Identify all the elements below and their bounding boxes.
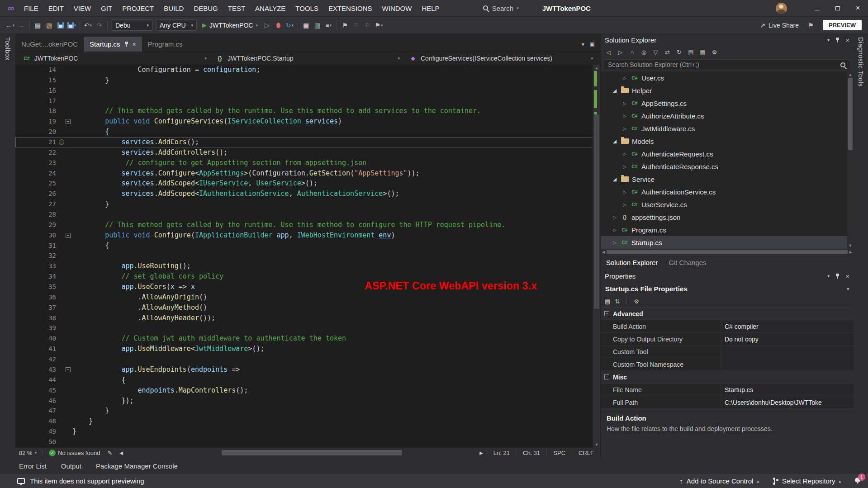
scrollbar-thumb[interactable] [594, 114, 599, 309]
editor-tab-program-cs[interactable]: Program.cs [142, 37, 189, 52]
code-line-23[interactable]: 23 // configure to get Appsetting sectio… [15, 158, 600, 168]
property-value[interactable]: C:\Users\donhu\Desktop\JWTToke [721, 396, 854, 408]
properties-object-selector[interactable]: Startup.cs File Properties ▾ [601, 282, 854, 295]
search-input[interactable] [604, 59, 850, 70]
line-indicator[interactable]: Ln: 21 [487, 448, 516, 458]
expand-arrow-icon[interactable]: ▷ [621, 126, 628, 131]
code-line-41[interactable]: 41 app.UseMiddleware<JwtMiddleware>(); [15, 344, 600, 354]
pin-icon[interactable] [835, 273, 840, 279]
tree-item-models[interactable]: ◢Models [601, 135, 854, 147]
code-line-36[interactable]: 36 .AllowAnyOrigin() [15, 292, 600, 303]
code-line-39[interactable]: 39 [15, 323, 600, 333]
pending-changes-filter-icon[interactable]: ▽ [650, 47, 661, 57]
editor-vertical-scrollbar[interactable]: ▲ ▼ [593, 65, 600, 448]
redo-icon[interactable]: ↷ [94, 19, 105, 31]
expand-arrow-icon[interactable]: ▷ [621, 164, 628, 169]
document-health-indicator[interactable]: ✓ No issues found [45, 448, 104, 458]
navigate-back-icon[interactable]: ←▾ [5, 19, 16, 31]
notifications-button[interactable]: 1 [854, 477, 861, 485]
scroll-right-icon[interactable]: ▶ [849, 250, 852, 254]
column-indicator[interactable]: Ch: 31 [516, 448, 546, 458]
property-value[interactable]: Startup.cs [721, 384, 854, 396]
code-line-21[interactable]: 21 services.AddCors(); [15, 137, 600, 147]
code-line-20[interactable]: 20 { [15, 127, 600, 137]
tree-item-authenticaterequest-cs[interactable]: ▷C#AuthenticateRequest.cs [601, 147, 854, 160]
tree-horizontal-scrollbar[interactable]: ◀ ▶ [601, 249, 854, 255]
tree-item-userservice-cs[interactable]: ▷C#UserService.cs [601, 198, 854, 211]
menu-item-edit[interactable]: EDIT [43, 0, 69, 16]
fold-marker[interactable]: − [63, 230, 72, 241]
live-share-button[interactable]: ↗ Live Share [760, 22, 799, 29]
fold-marker[interactable]: − [63, 365, 72, 375]
code-line-16[interactable]: 16 [15, 85, 600, 96]
tree-item-appsettings-json[interactable]: ▷{}appsettings.json [601, 211, 854, 223]
panel-tab-solution-explorer[interactable]: Solution Explorer [602, 256, 662, 269]
collapse-icon[interactable]: − [66, 233, 71, 238]
code-line-19[interactable]: 19− public void ConfigureServices(IServi… [15, 116, 600, 127]
code-line-29[interactable]: 29 // This method gets called by the run… [15, 220, 600, 230]
code-line-37[interactable]: 37 .AllowAnyMethod() [15, 303, 600, 313]
code-line-25[interactable]: 25 services.AddScoped<IUserService, User… [15, 178, 600, 189]
zoom-control[interactable]: 82 %▾ [15, 448, 40, 458]
menu-item-build[interactable]: BUILD [159, 0, 189, 16]
scrollbar-thumb[interactable] [222, 450, 401, 455]
bookmark-icon[interactable]: ⚑ [339, 19, 351, 31]
bookmark-options-icon[interactable]: ⚑▾ [373, 19, 384, 31]
start-without-debugging-icon[interactable]: ▷ [261, 19, 273, 31]
menu-item-tools[interactable]: TOOLS [290, 0, 323, 16]
property-section-misc[interactable]: −Misc [601, 371, 854, 384]
start-debugging-button[interactable]: ▶ JWTTokenPOC ▾ [199, 19, 261, 31]
select-repository-button[interactable]: Select Repository ▴ [773, 477, 841, 485]
navigate-forward-icon[interactable]: → [16, 19, 27, 31]
hot-reload-icon[interactable] [273, 19, 284, 31]
code-line-30[interactable]: 30− public void Configure(IApplicationBu… [15, 230, 600, 241]
breadcrumb-segment-3[interactable]: ◆ConfigureServices(IServiceCollection se… [404, 55, 598, 62]
code-line-27[interactable]: 27 } [15, 199, 600, 209]
list-options-icon[interactable]: ≡▾ [323, 19, 334, 31]
show-all-files-icon[interactable]: ▦ [697, 47, 708, 57]
user-avatar[interactable] [776, 3, 787, 14]
property-value[interactable] [721, 358, 854, 370]
scrollbar-thumb[interactable] [848, 78, 853, 150]
code-line-26[interactable]: 26 services.AddScoped<IAuthenticationSer… [15, 189, 600, 199]
collapse-all-icon[interactable]: ▤ [686, 47, 696, 57]
tree-item-user-cs[interactable]: ▷C#User.cs [601, 71, 854, 84]
expand-arrow-icon[interactable]: ▷ [621, 202, 628, 207]
editor-tab-startup-cs[interactable]: Startup.cs× [84, 37, 142, 52]
scrollbar-thumb[interactable] [607, 250, 848, 254]
code-line-49[interactable]: 49} [15, 426, 600, 437]
back-icon[interactable]: ◁ [603, 47, 614, 57]
code-line-46[interactable]: 46 }); [15, 396, 600, 406]
breadcrumb-segment-2[interactable]: {}JWTTokenPOC.Startup▾ [211, 55, 404, 62]
save-icon[interactable] [55, 19, 66, 31]
breadcrumb-segment-1[interactable]: C#JWTTokenPOC▾ [18, 55, 211, 62]
document-outline-icon[interactable]: ▥ [312, 19, 323, 31]
tree-item-startup-cs[interactable]: ▷C#Startup.cs [601, 236, 854, 249]
menu-item-analyze[interactable]: ANALYZE [250, 0, 290, 16]
bottom-tab-output[interactable]: Output [56, 460, 87, 473]
code-line-40[interactable]: 40 // Custom jwt auth middleware to auth… [15, 333, 600, 344]
close-icon[interactable]: × [845, 36, 849, 44]
tree-item-program-cs[interactable]: ▷C#Program.cs [601, 223, 854, 236]
property-section-advanced[interactable]: −Advanced [601, 308, 854, 320]
editor-horizontal-scrollbar[interactable] [128, 448, 474, 458]
diagnostic-tools-tab[interactable]: Diagnostic Tools [854, 33, 868, 458]
spaces-indicator[interactable]: SPC [546, 448, 572, 458]
code-line-42[interactable]: 42 [15, 354, 600, 365]
scroll-down-icon[interactable]: ▼ [593, 442, 600, 447]
bottom-tab-package-manager-console[interactable]: Package Manager Console [90, 460, 183, 473]
tree-item-authenticateresponse-cs[interactable]: ▷C#AuthenticateResponse.cs [601, 160, 854, 173]
properties-icon[interactable]: ⚙ [709, 47, 720, 57]
add-to-source-control-button[interactable]: ↑ Add to Source Control ▴ [679, 477, 759, 485]
menu-item-debug[interactable]: DEBUG [189, 0, 223, 16]
code-line-17[interactable]: 17 [15, 96, 600, 106]
expand-arrow-icon[interactable]: ▷ [621, 76, 628, 81]
code-line-48[interactable]: 48 } [15, 416, 600, 426]
alphabetical-icon[interactable]: ⇅ [615, 298, 620, 305]
code-line-14[interactable]: 14 Configuration = configuration; [15, 65, 600, 75]
expand-arrow-icon[interactable]: ▷ [621, 152, 628, 156]
menu-item-git[interactable]: GIT [96, 0, 117, 16]
tree-item-service[interactable]: ◢Service [601, 173, 854, 185]
menu-item-file[interactable]: FILE [19, 0, 43, 16]
find-in-files-icon[interactable]: ▦ [300, 19, 312, 31]
